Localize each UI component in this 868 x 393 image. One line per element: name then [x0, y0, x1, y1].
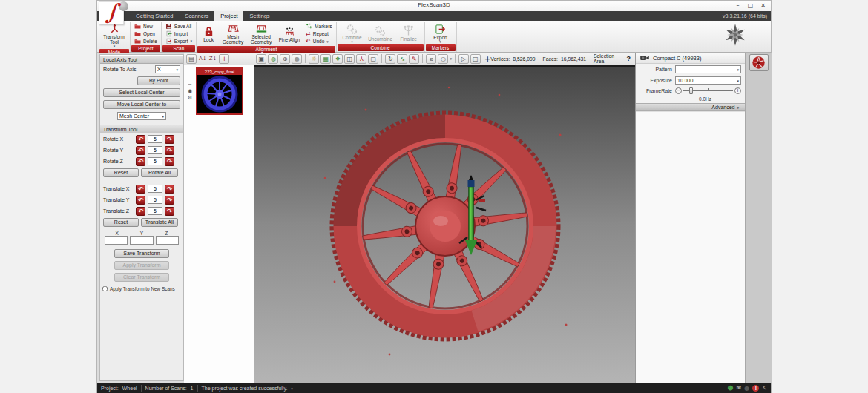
scan-thumbnail[interactable]: 223_copy_final	[196, 67, 243, 115]
tab-project[interactable]: Project	[214, 11, 243, 21]
3d-viewport[interactable]	[254, 65, 635, 383]
transform-x-input[interactable]	[105, 236, 128, 245]
apply-transform-button[interactable]: Apply Transform	[114, 261, 169, 270]
finalize-button[interactable]: Finalize	[395, 22, 422, 44]
visibility-eye-icon[interactable]: ◉	[188, 88, 192, 94]
new-button[interactable]: New	[133, 22, 159, 30]
rotate-reset-button[interactable]: Reset	[103, 168, 139, 177]
rotate-all-button[interactable]: Rotate All	[141, 168, 178, 177]
expand-view-icon[interactable]: ↔	[397, 54, 407, 64]
close-button[interactable]: ✕	[757, 1, 769, 10]
rotate-to-axis-select[interactable]: X ▾	[155, 65, 180, 73]
slider-handle[interactable]	[689, 87, 693, 94]
uncombine-button[interactable]: Uncombine	[367, 22, 394, 44]
panel-toggle-icon[interactable]: ▤	[186, 54, 197, 64]
save-all-button[interactable]: Save All	[164, 22, 194, 30]
exposure-select[interactable]: 10.000 ▾	[675, 76, 741, 85]
stop-icon[interactable]: □	[470, 54, 481, 64]
import-button[interactable]: Import	[164, 30, 194, 37]
translate-z-plus-button[interactable]: ↷	[165, 207, 174, 216]
tab-getting-started[interactable]: Getting Started	[130, 11, 179, 21]
axis-display-icon[interactable]: ⅄	[356, 54, 366, 64]
rotate-z-step-input[interactable]	[148, 157, 162, 165]
lock-button[interactable]: Lock	[199, 22, 218, 45]
transform-y-input[interactable]	[130, 236, 153, 245]
rotate-y-step-input[interactable]	[148, 146, 162, 154]
select-local-center-button[interactable]: Select Local Center	[103, 88, 180, 97]
maximize-button[interactable]: □	[744, 1, 757, 10]
delete-button[interactable]: Delete	[133, 37, 159, 44]
scan-settings-gear-icon[interactable]: ⚙	[188, 95, 192, 101]
tab-scanners[interactable]: Scanners	[179, 11, 214, 21]
user-status-icon[interactable]: ☻	[727, 385, 733, 392]
open-button[interactable]: Open	[133, 30, 159, 37]
rotate-y-minus-button[interactable]: ↶	[136, 146, 145, 155]
undo-button[interactable]: ↶Undo▾	[304, 38, 333, 45]
rotate-y-plus-button[interactable]: ↷	[165, 146, 174, 155]
light-icon[interactable]: ☼	[309, 54, 319, 64]
scan-list-item[interactable]: − ◉ ⚙ 223_copy_final	[184, 65, 254, 115]
mesh-geometry-button[interactable]: Mesh Geometry	[220, 22, 246, 45]
rotate-z-plus-button[interactable]: ↷	[165, 157, 174, 166]
play-icon[interactable]: ▷	[458, 54, 469, 64]
selection-rect-icon[interactable]: ▢	[368, 54, 378, 64]
selected-geometry-button[interactable]: Selected Geometry	[248, 22, 274, 45]
help-button[interactable]: ?	[627, 55, 631, 62]
export-markers-button[interactable]: Export ▾	[427, 22, 454, 44]
move-local-center-button[interactable]: Move Local Center to	[103, 100, 180, 109]
pattern-select[interactable]: ▾	[675, 65, 741, 73]
tab-settings[interactable]: Settings	[243, 11, 275, 21]
combine-button[interactable]: Combine ▾	[339, 22, 366, 44]
record-status-icon[interactable]: ●	[744, 385, 749, 392]
rotate-x-minus-button[interactable]: ↶	[136, 135, 145, 144]
translate-y-plus-button[interactable]: ↷	[165, 196, 174, 205]
target-center-icon[interactable]: ⊕	[280, 54, 290, 64]
clear-transform-button[interactable]: Clear Transform	[114, 273, 169, 282]
camera-aperture-button[interactable]	[749, 54, 769, 71]
mesh-view-icon[interactable]: ◍	[268, 54, 278, 64]
lasso-select-icon[interactable]: ⌀	[426, 54, 436, 64]
circle-select-icon[interactable]: ○	[438, 54, 448, 64]
add-scan-icon[interactable]: +	[219, 54, 229, 64]
minimize-button[interactable]: –	[731, 1, 744, 10]
transform-z-input[interactable]	[156, 236, 179, 245]
translate-z-step-input[interactable]	[148, 207, 162, 215]
error-status-icon[interactable]: !	[752, 385, 759, 392]
capture-view-icon[interactable]: ▣	[256, 54, 266, 64]
brush-select-icon[interactable]: ✎	[409, 54, 419, 64]
repeat-button[interactable]: ⇄Repeat	[304, 30, 333, 37]
save-transform-button[interactable]: Save Transform	[114, 249, 169, 258]
by-point-button[interactable]: By Point	[137, 76, 180, 85]
translate-all-button[interactable]: Translate All	[141, 218, 178, 227]
rotate-z-minus-button[interactable]: ↶	[136, 157, 145, 166]
sphere-view-icon[interactable]: ●	[292, 54, 302, 64]
message-icon[interactable]: ✉	[737, 385, 742, 392]
add-view-icon[interactable]: +	[484, 55, 490, 63]
collapse-icon[interactable]: −	[188, 82, 192, 87]
translate-x-step-input[interactable]	[148, 185, 162, 193]
rotate-x-step-input[interactable]	[148, 135, 162, 143]
translate-z-minus-button[interactable]: ↶	[136, 207, 145, 216]
status-dropdown-icon[interactable]: ▾	[291, 386, 293, 391]
translate-y-step-input[interactable]	[148, 196, 162, 204]
slider-minus-button[interactable]: −	[675, 87, 682, 94]
slider-track[interactable]	[683, 87, 733, 94]
translate-reset-button[interactable]: Reset	[103, 218, 139, 227]
fine-align-button[interactable]: Fine Align	[276, 22, 303, 45]
select-mode-dropdown-icon[interactable]: ▾	[450, 56, 452, 61]
export-button[interactable]: Export▾	[164, 37, 194, 44]
markers-button[interactable]: Markers	[304, 22, 333, 30]
bounding-box-icon[interactable]: ◫	[344, 54, 355, 64]
slider-plus-button[interactable]: +	[734, 87, 741, 94]
move-tool-icon[interactable]: ❖	[332, 54, 343, 64]
rotate-x-plus-button[interactable]: ↷	[165, 135, 174, 144]
transform-tool-button[interactable]: Transform Tool ▾	[101, 22, 128, 48]
center-mode-select[interactable]: Mesh Center ▾	[117, 112, 166, 120]
translate-y-minus-button[interactable]: ↶	[136, 196, 145, 205]
advanced-toggle[interactable]: Advanced ▾	[636, 103, 745, 111]
rotate-view-icon[interactable]: ↻	[385, 54, 395, 64]
sort-descending-icon[interactable]: Z↓	[209, 56, 217, 62]
sort-ascending-icon[interactable]: A↓	[199, 56, 207, 62]
translate-x-minus-button[interactable]: ↶	[136, 185, 145, 194]
apply-transform-new-scans-checkbox[interactable]	[102, 286, 108, 291]
